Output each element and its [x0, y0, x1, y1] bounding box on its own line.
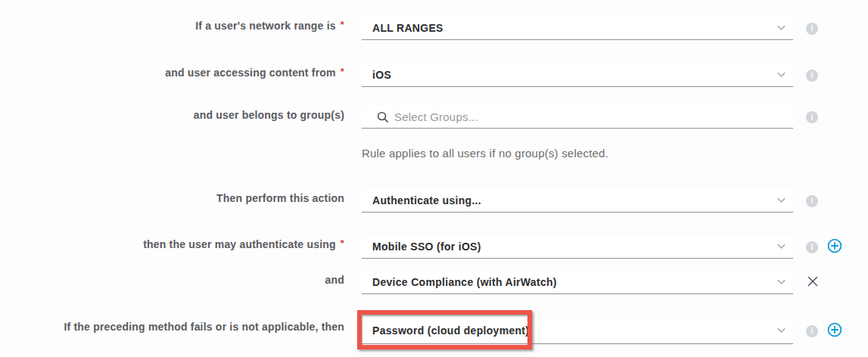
field-label: If the preceding method fails or is not …	[0, 321, 344, 333]
selected-value: Password (cloud deployment)	[372, 324, 779, 337]
field-label: Then perform this action	[0, 192, 344, 204]
remove-auth-method-button[interactable]	[807, 277, 819, 289]
groups-search-input[interactable]	[394, 110, 784, 123]
selected-value: Device Compliance (with AirWatch)	[372, 276, 779, 288]
info-icon[interactable]: i	[806, 195, 818, 207]
info-icon[interactable]: i	[806, 70, 818, 82]
chevron-down-icon	[778, 22, 786, 29]
device-type-select[interactable]: iOS	[362, 64, 793, 87]
required-asterisk: *	[341, 237, 344, 249]
chevron-down-icon	[778, 241, 786, 248]
groups-helper-text: Rule applies to all users if no group(s)…	[362, 147, 608, 160]
info-icon[interactable]: i	[806, 23, 818, 35]
chevron-down-icon	[778, 324, 786, 332]
form-row-groups: and user belongs to group(s) i	[0, 106, 868, 129]
plus-circle-icon	[827, 322, 842, 340]
form-row-network-range: If a user's network range is* ALL RANGES…	[0, 17, 868, 40]
form-row-and-auth-method: and Device Compliance (with AirWatch)	[0, 271, 868, 294]
field-label: If a user's network range is*	[0, 20, 344, 32]
form-row-fallback-method: If the preceding method fails or is not …	[0, 318, 868, 344]
form-row-action: Then perform this action Authenticate us…	[0, 189, 868, 213]
info-icon[interactable]: i	[806, 241, 818, 253]
info-icon[interactable]: i	[806, 111, 818, 123]
selected-value: ALL RANGES	[372, 22, 779, 34]
plus-circle-icon	[827, 238, 842, 256]
network-range-select[interactable]: ALL RANGES	[362, 17, 793, 40]
fallback-method-select[interactable]: Password (cloud deployment)	[362, 318, 793, 344]
info-icon[interactable]: i	[806, 325, 818, 337]
chevron-down-icon	[778, 276, 786, 284]
chevron-down-icon	[778, 69, 786, 76]
add-auth-method-button[interactable]	[827, 240, 842, 255]
required-asterisk: *	[341, 19, 344, 30]
add-fallback-method-button[interactable]	[827, 324, 842, 339]
field-label: and	[0, 274, 344, 286]
and-auth-method-select[interactable]: Device Compliance (with AirWatch)	[362, 271, 793, 294]
action-select[interactable]: Authenticate using...	[362, 189, 793, 213]
selected-value: Mobile SSO (for iOS)	[372, 241, 779, 253]
policy-rule-form: If a user's network range is* ALL RANGES…	[0, 0, 868, 357]
field-label: and user accessing content from*	[0, 67, 344, 79]
selected-value: iOS	[372, 69, 779, 81]
required-asterisk: *	[341, 66, 344, 77]
chevron-down-icon	[778, 194, 786, 202]
field-label: and user belongs to group(s)	[0, 109, 344, 121]
field-label: then the user may authenticate using*	[0, 238, 344, 250]
selected-value: Authenticate using...	[372, 194, 779, 206]
form-row-auth-method: then the user may authenticate using* Mo…	[0, 235, 868, 259]
groups-search-field[interactable]	[362, 106, 793, 129]
form-row-device-type: and user accessing content from* iOS i	[0, 64, 868, 87]
auth-method-select[interactable]: Mobile SSO (for iOS)	[362, 235, 793, 259]
close-icon	[807, 275, 819, 290]
search-icon	[377, 111, 389, 123]
